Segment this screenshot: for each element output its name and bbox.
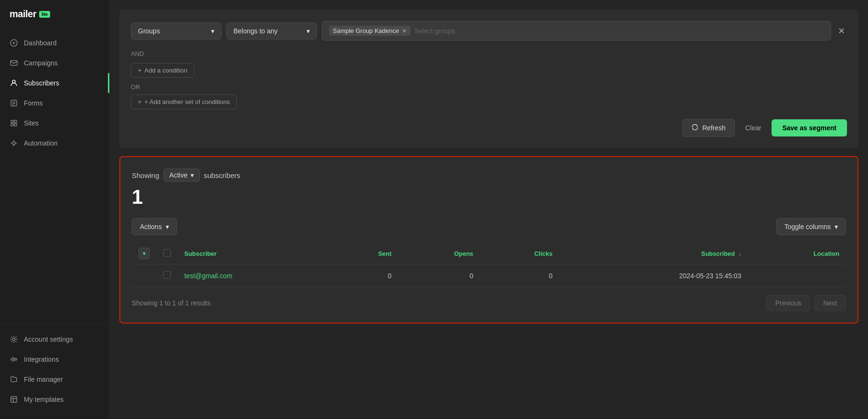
column-subscriber: Subscriber [178,243,331,264]
campaigns-icon [10,59,18,67]
file-manager-icon [10,375,18,384]
col-subscriber-label: Subscriber [184,250,217,257]
filter-condition-dropdown[interactable]: Belongs to any ▾ [226,22,317,40]
filter-groups-select[interactable]: Sample Group Kadence ✕ Select groups [322,21,831,41]
main-content: Groups ▾ Belongs to any ▾ Sample Group K… [110,0,868,419]
filter-tag-close[interactable]: ✕ [402,28,407,34]
sidebar-item-campaigns[interactable]: Campaigns [0,53,109,73]
filter-type-chevron: ▾ [211,27,214,35]
column-checkbox [157,243,178,264]
row-subscribed: 2024-05-23 15:45:03 [559,264,748,287]
column-expand: ▾ [132,243,157,264]
sidebar-item-my-templates[interactable]: My templates [0,389,109,409]
toggle-columns-button[interactable]: Toggle columns ▾ [776,218,846,235]
expand-button[interactable]: ▾ [138,248,150,259]
filter-close-button[interactable]: ✕ [836,24,847,38]
pagination-info: Showing 1 to 1 of 1 results [132,299,211,307]
row-subscriber[interactable]: test@gmail.com [178,264,331,287]
sidebar-item-dashboard-label: Dashboard [24,39,57,47]
clear-label: Clear [745,124,761,132]
add-condition-button[interactable]: + Add a condition [131,63,194,78]
add-set-button[interactable]: + + Add another set of conditions [131,94,237,109]
sidebar-item-sites[interactable]: Sites [0,113,109,133]
sidebar-item-account-settings-label: Account settings [24,335,73,343]
svg-point-11 [12,142,15,145]
pagination-row: Showing 1 to 1 of 1 results Previous Nex… [132,295,846,311]
add-set-label: + Add another set of conditions [145,98,230,105]
column-sent: Sent [331,243,399,264]
integrations-icon [10,355,18,364]
filter-row: Groups ▾ Belongs to any ▾ Sample Group K… [131,21,847,41]
select-all-checkbox[interactable] [163,249,171,257]
row-checkbox[interactable] [163,271,171,279]
column-subscribed[interactable]: Subscribed ↓ [559,243,748,264]
row-sent: 0 [331,264,399,287]
account-settings-icon [10,335,18,344]
sidebar-nav: Dashboard Campaigns Subscribers [0,28,109,324]
save-label: Save as segment [782,124,836,132]
table-row: test@gmail.com 0 0 0 2024-05-23 15:45:03 [132,264,846,287]
sidebar-item-campaigns-label: Campaigns [24,59,58,67]
sidebar-item-account-settings[interactable]: Account settings [0,329,109,349]
subscribers-icon [10,79,18,87]
sidebar-bottom: Account settings Integrations File manag… [0,324,109,419]
filter-type-dropdown[interactable]: Groups ▾ [131,22,222,40]
sidebar-item-forms[interactable]: Forms [0,93,109,113]
column-location: Location [748,243,846,264]
dashboard-icon [10,39,18,47]
add-set-icon: + [138,98,142,105]
actions-chevron: ▾ [166,223,169,230]
filter-condition-chevron: ▾ [307,27,310,35]
sidebar: mailer lite Dashboard Campaigns [0,0,110,419]
sidebar-item-my-templates-label: My templates [24,396,64,403]
sites-icon [10,119,18,127]
save-segment-button[interactable]: Save as segment [772,119,847,136]
svg-rect-7 [11,120,13,123]
svg-rect-8 [14,120,17,123]
sort-icon: ↓ [739,251,741,257]
previous-button[interactable]: Previous [766,295,810,311]
sidebar-item-dashboard[interactable]: Dashboard [0,33,109,53]
col-sent-label: Sent [378,250,392,257]
row-location [748,264,846,287]
subscribers-table: ▾ Subscriber Sent Opens Click [132,243,846,287]
col-location-label: Location [814,250,839,257]
refresh-button[interactable]: Refresh [682,119,735,137]
toggle-cols-label: Toggle columns [784,223,831,230]
svg-point-14 [15,358,17,360]
refresh-label: Refresh [702,124,726,132]
svg-point-12 [13,338,15,341]
and-label: AND [131,48,847,59]
forms-icon [10,99,18,107]
filter-panel: Groups ▾ Belongs to any ▾ Sample Group K… [119,10,858,148]
sidebar-item-file-manager[interactable]: File manager [0,369,109,389]
sidebar-item-file-manager-label: File manager [24,376,63,383]
sidebar-item-forms-label: Forms [24,99,43,107]
sidebar-item-subscribers[interactable]: Subscribers [0,73,109,93]
row-clicks: 0 [480,264,559,287]
sidebar-item-automation[interactable]: Automation [0,133,109,153]
svg-point-1 [13,42,15,44]
showing-text: Showing [132,171,159,179]
status-dropdown[interactable]: Active ▾ [163,168,200,182]
previous-label: Previous [775,299,801,307]
clear-button[interactable]: Clear [740,120,767,136]
actions-label: Actions [140,223,162,230]
col-subscribed-label: Subscribed [701,250,735,257]
next-button[interactable]: Next [814,295,846,311]
logo-badge: lite [39,11,50,18]
sidebar-item-integrations[interactable]: Integrations [0,349,109,369]
svg-rect-10 [14,124,17,126]
pagination-buttons: Previous Next [766,295,846,311]
table-actions-row: Actions ▾ Toggle columns ▾ [132,218,846,235]
column-opens: Opens [398,243,480,264]
or-label: OR [131,82,847,94]
filter-condition-label: Belongs to any [233,27,278,35]
filter-tag-label: Sample Group Kadence [333,27,399,34]
my-templates-icon [10,395,18,404]
subscribers-text: subscribers [204,171,241,179]
table-header-row: ▾ Subscriber Sent Opens Click [132,243,846,264]
actions-button[interactable]: Actions ▾ [132,218,177,235]
filter-actions: Refresh Clear Save as segment [131,119,847,137]
sidebar-item-subscribers-label: Subscribers [24,79,59,87]
